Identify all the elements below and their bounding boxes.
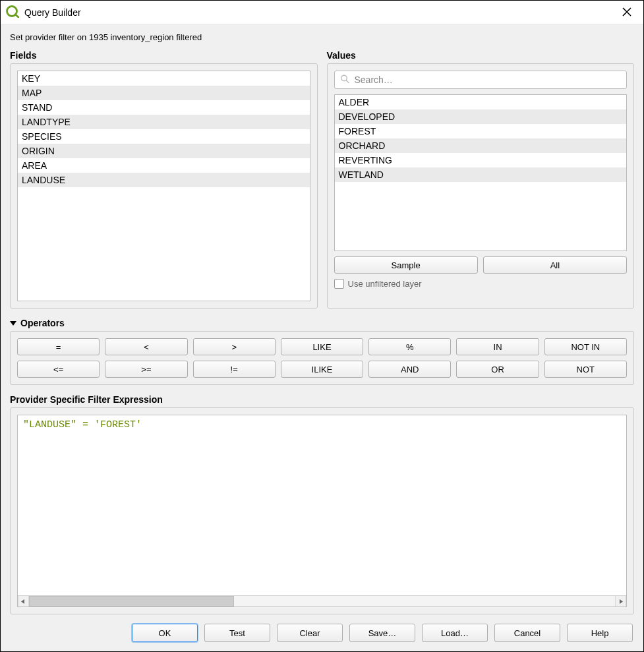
- cancel-button[interactable]: Cancel: [494, 624, 560, 642]
- field-item[interactable]: SPECIES: [18, 129, 310, 144]
- operator-button[interactable]: IN: [456, 338, 539, 355]
- window-title: Query Builder: [24, 7, 617, 18]
- operator-button[interactable]: !=: [193, 361, 276, 378]
- values-panel: Values ALDERDEVELOPEDFORESTORCHARDREVERT…: [327, 50, 635, 309]
- value-item[interactable]: REVERTING: [335, 153, 627, 167]
- unfiltered-label: Use unfiltered layer: [348, 279, 422, 289]
- load-button[interactable]: Load…: [422, 624, 488, 642]
- query-builder-window: Query Builder Set provider filter on 193…: [0, 0, 644, 652]
- operator-button[interactable]: <=: [17, 361, 100, 378]
- scroll-track[interactable]: [29, 596, 615, 607]
- scroll-thumb[interactable]: [29, 596, 234, 607]
- dialog-body: Set provider filter on 1935 inventory_re…: [1, 24, 643, 651]
- fields-label: Fields: [10, 50, 318, 61]
- field-item[interactable]: STAND: [18, 100, 310, 115]
- scroll-right-button[interactable]: [615, 596, 626, 607]
- app-icon: [6, 5, 19, 20]
- operator-button[interactable]: =: [17, 338, 100, 355]
- expression-group: [10, 407, 634, 614]
- sample-button[interactable]: Sample: [334, 256, 478, 274]
- field-item[interactable]: KEY: [18, 71, 310, 86]
- operator-button[interactable]: ILIKE: [281, 361, 363, 378]
- operator-button[interactable]: >: [193, 338, 276, 355]
- operator-button[interactable]: NOT IN: [544, 338, 627, 355]
- save-button[interactable]: Save…: [349, 624, 415, 642]
- expression-section: Provider Specific Filter Expression: [10, 390, 634, 614]
- caret-down-icon: [10, 318, 16, 328]
- values-search-input[interactable]: [335, 71, 627, 88]
- all-button[interactable]: All: [483, 256, 627, 274]
- fields-values-row: Fields KEYMAPSTANDLANDTYPESPECIESORIGINA…: [10, 50, 634, 309]
- filter-info-text: Set provider filter on 1935 inventory_re…: [10, 32, 634, 42]
- unfiltered-checkbox[interactable]: [334, 279, 344, 289]
- operator-button[interactable]: NOT: [544, 361, 627, 378]
- fields-panel: Fields KEYMAPSTANDLANDTYPESPECIESORIGINA…: [10, 50, 318, 309]
- operators-grid: =<>LIKE%INNOT IN<=>=!=ILIKEANDORNOT: [17, 338, 627, 378]
- close-button[interactable]: [617, 4, 637, 21]
- horizontal-scrollbar[interactable]: [18, 595, 626, 607]
- search-icon: [340, 74, 349, 86]
- operators-toggle[interactable]: Operators: [10, 318, 634, 328]
- operator-button[interactable]: >=: [105, 361, 187, 378]
- operators-group: =<>LIKE%INNOT IN<=>=!=ILIKEANDORNOT: [10, 331, 634, 385]
- value-item[interactable]: ALDER: [335, 95, 627, 109]
- value-item[interactable]: DEVELOPED: [335, 109, 627, 124]
- close-icon: [622, 7, 631, 16]
- expression-scroll: [17, 415, 627, 607]
- ok-button[interactable]: OK: [132, 624, 198, 642]
- values-list[interactable]: ALDERDEVELOPEDFORESTORCHARDREVERTINGWETL…: [334, 94, 628, 251]
- test-button[interactable]: Test: [204, 624, 270, 642]
- field-item[interactable]: ORIGIN: [18, 144, 310, 158]
- values-buttons-row: Sample All: [334, 256, 628, 274]
- operator-button[interactable]: AND: [368, 361, 451, 378]
- field-item[interactable]: LANDTYPE: [18, 115, 310, 129]
- field-item[interactable]: AREA: [18, 158, 310, 173]
- operator-button[interactable]: OR: [456, 361, 539, 378]
- fields-list[interactable]: KEYMAPSTANDLANDTYPESPECIESORIGINAREALAND…: [17, 71, 310, 301]
- fields-group: KEYMAPSTANDLANDTYPESPECIESORIGINAREALAND…: [10, 63, 318, 309]
- value-item[interactable]: WETLAND: [335, 167, 627, 182]
- operator-button[interactable]: %: [368, 338, 451, 355]
- expression-input[interactable]: [18, 415, 626, 595]
- help-button[interactable]: Help: [567, 624, 633, 642]
- field-item[interactable]: MAP: [18, 86, 310, 100]
- titlebar: Query Builder: [1, 1, 643, 24]
- value-item[interactable]: FOREST: [335, 124, 627, 138]
- field-item[interactable]: LANDUSE: [18, 173, 310, 187]
- button-bar: OK Test Clear Save… Load… Cancel Help: [10, 620, 634, 642]
- value-item[interactable]: ORCHARD: [335, 138, 627, 153]
- values-group: ALDERDEVELOPEDFORESTORCHARDREVERTINGWETL…: [327, 63, 635, 309]
- scroll-left-button[interactable]: [18, 596, 29, 607]
- clear-button[interactable]: Clear: [277, 624, 343, 642]
- operator-button[interactable]: LIKE: [281, 338, 363, 355]
- operator-button[interactable]: <: [105, 338, 187, 355]
- values-search-wrap: [334, 71, 628, 89]
- operators-label: Operators: [20, 318, 65, 328]
- operators-section: Operators =<>LIKE%INNOT IN<=>=!=ILIKEAND…: [10, 314, 634, 385]
- unfiltered-row[interactable]: Use unfiltered layer: [334, 279, 628, 289]
- expression-label: Provider Specific Filter Expression: [10, 394, 634, 405]
- values-label: Values: [327, 50, 635, 61]
